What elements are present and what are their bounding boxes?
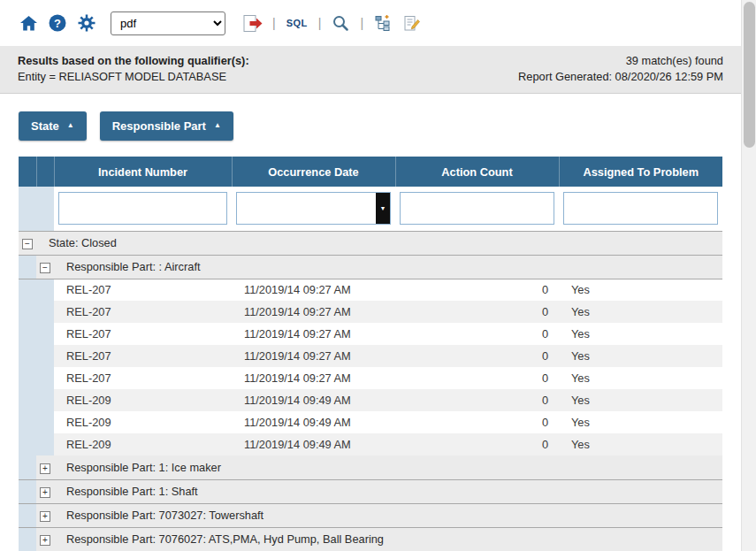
occurrence-date-cell: 11/2019/14 09:27 AM xyxy=(232,301,395,323)
action-count-cell: 0 xyxy=(395,433,559,455)
action-count-filter xyxy=(400,192,554,225)
home-icon[interactable] xyxy=(18,12,39,34)
sql-button[interactable]: SQL xyxy=(285,18,309,28)
group-row[interactable]: −Responsible Part: : Aircraft xyxy=(19,255,722,279)
action-count-cell: 0 xyxy=(395,279,559,301)
incident-number-cell: REL-207 xyxy=(54,323,232,345)
expand-icon[interactable]: + xyxy=(40,463,50,474)
column-header-assigned-to-problem[interactable]: Assigned To Problem xyxy=(559,157,722,187)
incident-number-filter xyxy=(58,192,227,225)
group-by-state-button[interactable]: State ▲ xyxy=(19,111,87,141)
toolbar-separator: | xyxy=(318,16,322,30)
indent-cell xyxy=(19,411,36,433)
help-icon[interactable]: ? xyxy=(47,12,68,34)
edit-report-icon[interactable] xyxy=(401,12,423,34)
drilldown-icon[interactable] xyxy=(372,12,393,34)
collapse-icon[interactable]: − xyxy=(40,263,50,273)
action-count-filter-input[interactable] xyxy=(401,193,554,224)
sort-ascending-icon: ▲ xyxy=(214,121,221,129)
action-count-cell: 0 xyxy=(395,301,559,323)
incident-number-cell: REL-207 xyxy=(54,279,232,301)
occurrence-date-cell: 11/2019/14 09:27 AM xyxy=(232,323,395,345)
indent-cell xyxy=(36,433,54,455)
date-filter-dropdown-button[interactable]: ▼ xyxy=(376,193,390,224)
assigned-to-problem-cell: Yes xyxy=(559,279,722,301)
group-label: Responsible Part: 7073027: Towershaft xyxy=(54,503,722,527)
indent-cell xyxy=(36,301,54,323)
assigned-to-problem-cell: Yes xyxy=(559,411,722,433)
indent-cell xyxy=(36,279,54,301)
table-row: REL-20911/2019/14 09:49 AM0Yes xyxy=(19,411,722,433)
scrollbar-thumb[interactable] xyxy=(744,2,755,148)
assigned-to-problem-filter xyxy=(563,192,718,225)
zoom-icon[interactable] xyxy=(330,12,351,34)
indent-cell xyxy=(19,503,36,527)
group-label: Responsible Part: : Aircraft xyxy=(54,255,722,279)
collapse-icon[interactable]: − xyxy=(22,239,33,249)
report-viewer-page: ? pdf xyxy=(0,0,756,551)
occurrence-date-filter-input[interactable] xyxy=(237,193,376,224)
incident-number-filter-input[interactable] xyxy=(59,193,226,224)
group-row[interactable]: +Responsible Part: 7076027: ATS,PMA, Hyd… xyxy=(19,527,722,551)
incident-number-cell: REL-209 xyxy=(54,433,232,455)
table-row: REL-20711/2019/14 09:27 AM0Yes xyxy=(19,279,722,301)
indent-cell xyxy=(19,279,36,301)
group-row[interactable]: +Responsible Part: 7073027: Towershaft xyxy=(19,503,722,527)
group-row[interactable]: +Responsible Part: 1: Ice maker xyxy=(19,455,722,479)
table-row: REL-20711/2019/14 09:27 AM0Yes xyxy=(19,323,722,345)
group-by-responsible-part-button[interactable]: Responsible Part ▲ xyxy=(100,111,233,141)
table-row: REL-20711/2019/14 09:27 AM0Yes xyxy=(19,301,722,323)
indent-cell xyxy=(19,301,36,323)
expander-cell: + xyxy=(36,527,54,551)
table-row: REL-20911/2019/14 09:49 AM0Yes xyxy=(19,389,722,411)
group-row[interactable]: +Responsible Part: 1: Shaft xyxy=(19,479,722,503)
group-by-state-label: State xyxy=(31,119,59,133)
assigned-to-problem-cell: Yes xyxy=(559,389,722,411)
expand-icon[interactable]: + xyxy=(40,535,50,546)
incident-number-cell: REL-209 xyxy=(54,389,232,411)
action-count-cell: 0 xyxy=(395,367,559,389)
action-count-cell: 0 xyxy=(395,345,559,367)
table-row: REL-20711/2019/14 09:27 AM0Yes xyxy=(19,345,722,367)
indent-cell xyxy=(36,323,54,345)
occurrence-date-filter: ▼ xyxy=(236,192,391,225)
column-header-action-count[interactable]: Action Count xyxy=(395,157,559,187)
column-header-incident-number[interactable]: Incident Number xyxy=(54,157,232,187)
group-label: Responsible Part: 1: Ice maker xyxy=(54,455,722,479)
expander-cell: + xyxy=(36,455,54,479)
assigned-to-problem-cell: Yes xyxy=(559,367,722,389)
group-row[interactable]: −State: Closed xyxy=(19,231,722,255)
report-table-body: −State: Closed−Responsible Part: : Aircr… xyxy=(19,231,722,551)
table-row: REL-20711/2019/14 09:27 AM0Yes xyxy=(19,367,722,389)
indent-cell xyxy=(19,455,36,479)
indent-cell xyxy=(36,367,54,389)
action-count-cell: 0 xyxy=(395,411,559,433)
export-icon[interactable] xyxy=(242,12,263,34)
qualifier-title: Results based on the following qualifier… xyxy=(18,53,249,69)
settings-icon[interactable] xyxy=(76,12,97,34)
indent-cell xyxy=(19,389,36,411)
expand-icon[interactable]: + xyxy=(40,511,50,522)
format-select[interactable]: pdf xyxy=(111,11,225,35)
assigned-to-problem-cell: Yes xyxy=(559,433,722,455)
group-by-buttons: State ▲ Responsible Part ▲ xyxy=(19,111,741,141)
vertical-scrollbar[interactable] xyxy=(741,0,756,551)
occurrence-date-cell: 11/2019/14 09:27 AM xyxy=(232,345,395,367)
occurrence-date-cell: 11/2019/14 09:27 AM xyxy=(232,367,395,389)
assigned-to-problem-filter-input[interactable] xyxy=(564,193,717,224)
indent-cell xyxy=(36,187,54,231)
header-spacer-cell xyxy=(19,157,36,187)
column-header-occurrence-date[interactable]: Occurrence Date xyxy=(232,157,395,187)
group-label: Responsible Part: 1: Shaft xyxy=(54,479,722,503)
expand-icon[interactable]: + xyxy=(40,487,50,498)
indent-cell xyxy=(36,345,54,367)
toolbar: ? pdf xyxy=(0,0,741,46)
table-row: REL-20911/2019/14 09:49 AM0Yes xyxy=(19,433,722,455)
indent-cell xyxy=(19,323,36,345)
toolbar-separator: | xyxy=(360,16,363,30)
toolbar-separator: | xyxy=(272,16,276,30)
qualifier-entity: Entity = RELIASOFT MODEL DATABASE xyxy=(18,69,249,85)
occurrence-date-cell: 11/2019/14 09:49 AM xyxy=(232,411,395,433)
occurrence-date-cell: 11/2019/14 09:27 AM xyxy=(232,279,395,301)
assigned-to-problem-cell: Yes xyxy=(559,345,722,367)
